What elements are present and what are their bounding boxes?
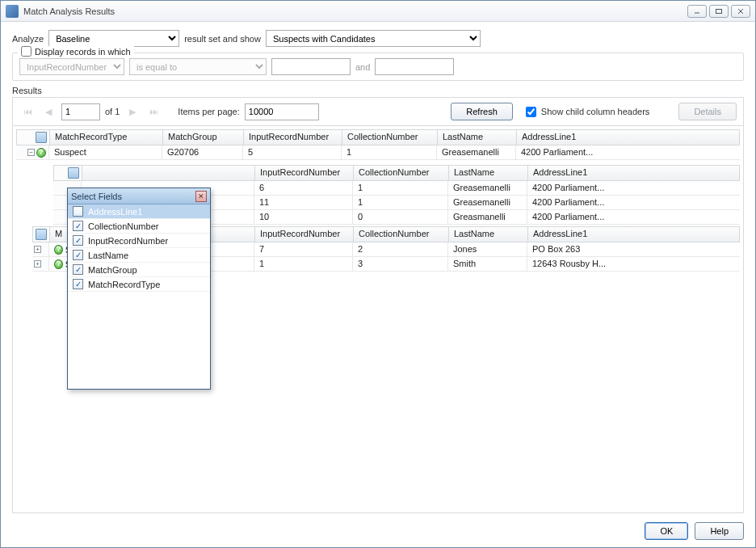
- maximize-button[interactable]: [709, 5, 729, 18]
- app-icon: [6, 5, 19, 18]
- filter-value1-input[interactable]: [271, 58, 351, 75]
- next-page-button[interactable]: ▶: [124, 103, 141, 120]
- col-irn[interactable]: InputRecordNumber: [243, 130, 342, 145]
- cell: Greasemanelli: [436, 145, 515, 159]
- cell: 6: [254, 181, 352, 195]
- popup-item[interactable]: ✓ CollectionNumber: [68, 219, 210, 234]
- refresh-button[interactable]: Refresh: [451, 103, 513, 120]
- col-coll[interactable]: CollectionNumber: [342, 130, 437, 145]
- popup-item[interactable]: ✓ AddressLine1: [68, 204, 210, 219]
- popup-item[interactable]: ✓ InputRecordNumber: [68, 234, 210, 248]
- cell: 1: [254, 257, 352, 271]
- show-child-headers-checkbox[interactable]: [526, 107, 536, 117]
- cell: 1: [352, 181, 447, 195]
- table-icon: [36, 132, 47, 143]
- analyze-label: Analyze: [12, 34, 44, 44]
- cell: 1: [341, 145, 436, 159]
- popup-item[interactable]: ✓ LastName: [68, 248, 210, 263]
- cell: Greasemanelli: [447, 196, 527, 209]
- first-page-button[interactable]: ⏮: [19, 103, 36, 120]
- checkbox-icon[interactable]: ✓: [73, 250, 83, 260]
- close-button[interactable]: [731, 5, 750, 18]
- cell: 12643 Rousby H...: [527, 257, 615, 271]
- col-last[interactable]: LastName: [448, 166, 527, 180]
- cell: 5: [242, 145, 341, 159]
- cell: 0: [352, 210, 447, 224]
- expander-icon[interactable]: +: [34, 246, 41, 253]
- col-group[interactable]: MatchGroup: [162, 130, 243, 145]
- checkbox-icon[interactable]: ✓: [73, 264, 83, 275]
- popup-title: Select Fields: [71, 192, 122, 201]
- analyze-row: Analyze Baseline result set and show Sus…: [12, 30, 744, 47]
- col-last[interactable]: LastName: [437, 130, 516, 145]
- checkbox-icon[interactable]: ✓: [73, 279, 83, 289]
- cell: 4200 Parliament...: [527, 210, 615, 224]
- prev-page-button[interactable]: ◀: [40, 103, 57, 120]
- col-coll[interactable]: CollectionNumber: [353, 227, 448, 242]
- grid-child-header: InputRecordNumber CollectionNumber LastN…: [53, 165, 740, 181]
- ok-button[interactable]: OK: [645, 522, 688, 540]
- popup-item-label: InputRecordNumber: [88, 236, 168, 246]
- col-addr[interactable]: AddressLine1: [516, 130, 605, 145]
- filter-value2-input[interactable]: [375, 58, 454, 75]
- popup-item-label: LastName: [88, 251, 128, 260]
- checkbox-icon[interactable]: ✓: [73, 221, 83, 231]
- suspect-icon: [36, 148, 46, 158]
- col-addr[interactable]: AddressLine1: [527, 227, 616, 242]
- checkbox-icon[interactable]: ✓: [73, 235, 83, 246]
- filter-field-select[interactable]: InputRecordNumber: [19, 58, 124, 75]
- show-select[interactable]: Suspects with Candidates: [266, 30, 481, 47]
- popup-close-button[interactable]: ✕: [195, 191, 207, 202]
- page-of-label: of 1: [105, 107, 120, 116]
- filter-op-select[interactable]: is equal to: [129, 58, 267, 75]
- suspect-icon: [54, 245, 63, 255]
- col-coll[interactable]: CollectionNumber: [353, 166, 448, 180]
- col-irn[interactable]: InputRecordNumber: [254, 227, 353, 242]
- popup-item-label: MatchRecordType: [88, 280, 160, 289]
- expander-icon[interactable]: +: [34, 260, 41, 268]
- cell: 1: [352, 196, 447, 209]
- cell: 4200 Parliament...: [527, 196, 615, 209]
- popup-item[interactable]: ✓ MatchGroup: [68, 263, 210, 277]
- filter-and-label: and: [355, 62, 370, 72]
- pager-bar: ⏮ ◀ of 1 ▶ ⏭ Items per page: Refresh Sho…: [12, 97, 744, 125]
- footer: OK Help: [1, 513, 755, 547]
- col-type[interactable]: MatchRecordType: [49, 130, 162, 145]
- checkbox-icon[interactable]: ✓: [73, 206, 83, 217]
- cell: G20706: [162, 145, 242, 159]
- filter-group: Display records in which InputRecordNumb…: [12, 53, 744, 81]
- grid-header: MatchRecordType MatchGroup InputRecordNu…: [16, 129, 740, 145]
- table-row[interactable]: − Suspect G20706 5 1 Greasemanelli 4200 …: [16, 145, 740, 160]
- details-button[interactable]: Details: [678, 103, 737, 120]
- cell: Greasemanelli: [447, 181, 527, 195]
- minimize-button[interactable]: [687, 5, 707, 18]
- popup-item-label: MatchGroup: [88, 265, 137, 275]
- svg-rect-1: [716, 9, 722, 13]
- page-input[interactable]: [61, 103, 100, 120]
- filter-enable-checkbox[interactable]: [21, 46, 32, 57]
- popup-list: ✓ AddressLine1 ✓ CollectionNumber ✓ Inpu…: [68, 204, 210, 389]
- window-title: Match Analysis Results: [23, 6, 685, 16]
- expander-icon[interactable]: −: [27, 149, 35, 156]
- ipp-label: Items per page:: [178, 107, 239, 116]
- col-last[interactable]: LastName: [448, 227, 527, 242]
- cell: 10: [254, 210, 352, 224]
- last-page-button[interactable]: ⏭: [145, 103, 162, 120]
- cell: 11: [254, 196, 352, 209]
- popup-item-label: CollectionNumber: [88, 221, 158, 231]
- results-label: Results: [12, 86, 744, 95]
- popup-item[interactable]: ✓ MatchRecordType: [68, 277, 210, 292]
- cell: 4200 Parliament...: [527, 181, 615, 195]
- select-fields-popup: Select Fields ✕ ✓ AddressLine1 ✓ Collect…: [67, 188, 211, 390]
- cell: PO Box 263: [527, 242, 615, 256]
- col-irn[interactable]: InputRecordNumber: [254, 166, 353, 180]
- content: Analyze Baseline result set and show Sus…: [1, 22, 755, 513]
- ipp-input[interactable]: [245, 103, 319, 120]
- col-addr[interactable]: AddressLine1: [527, 166, 616, 180]
- help-button[interactable]: Help: [695, 522, 744, 540]
- analyze-select[interactable]: Baseline: [48, 30, 179, 47]
- cell: Suspect: [48, 145, 162, 159]
- popup-titlebar: Select Fields ✕: [68, 188, 210, 204]
- cell: Jones: [447, 242, 527, 256]
- resultset-label: result set and show: [184, 34, 261, 44]
